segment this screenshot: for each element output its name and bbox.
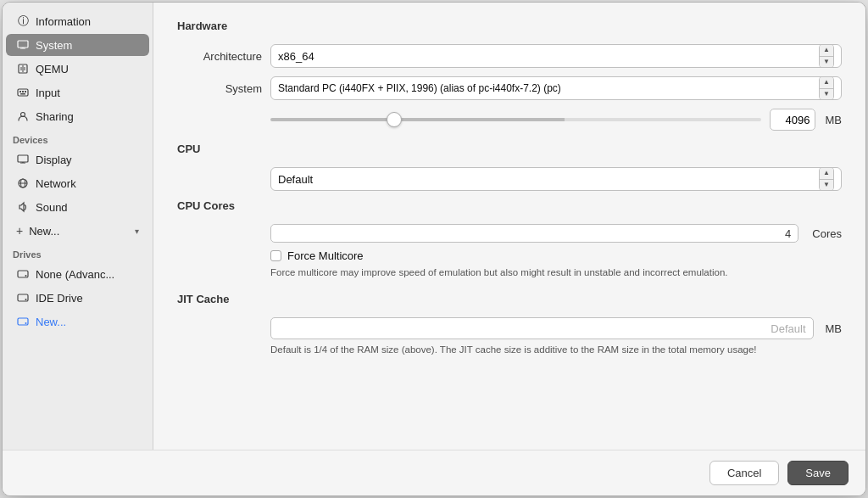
- svg-rect-21: [18, 294, 28, 301]
- cpu-stepper[interactable]: ▲ ▼: [819, 167, 834, 191]
- sidebar-item-none-advanc[interactable]: None (Advanc...: [6, 263, 149, 285]
- architecture-select[interactable]: x86_64 ▲ ▼: [270, 44, 842, 68]
- system-select[interactable]: Standard PC (i440FX + PIIX, 1996) (alias…: [270, 76, 842, 100]
- svg-rect-10: [25, 91, 26, 92]
- input-icon: [16, 86, 30, 99]
- cpu-cores-title: CPU Cores: [177, 199, 842, 212]
- jit-unit: MB: [826, 322, 843, 335]
- sidebar-label-sound: Sound: [36, 201, 68, 214]
- ram-slider-container: [270, 118, 761, 121]
- system-label: System: [177, 82, 262, 95]
- stepper-up[interactable]: ▲: [820, 168, 833, 180]
- system-value: Standard PC (i440FX + PIIX, 1996) (alias…: [278, 82, 561, 94]
- cpu-section: CPU Default ▲ ▼: [177, 143, 842, 191]
- network-icon: [16, 176, 30, 190]
- qemu-icon: [16, 62, 30, 76]
- sidebar-label-system: System: [36, 39, 72, 52]
- force-multicore-checkbox[interactable]: [270, 250, 281, 261]
- cancel-button[interactable]: Cancel: [709, 461, 779, 485]
- svg-rect-11: [20, 93, 25, 95]
- cpu-select-row: Default ▲ ▼: [177, 167, 842, 191]
- jit-section: JIT Cache Default MB Default is 1/4 of t…: [177, 293, 842, 356]
- force-multicore-label: Force Multicore: [287, 249, 364, 262]
- plus-icon: +: [16, 224, 23, 238]
- stepper-up[interactable]: ▲: [820, 77, 833, 89]
- stepper-down[interactable]: ▼: [820, 57, 833, 68]
- jit-placeholder: Default: [771, 322, 805, 335]
- architecture-row: Architecture x86_64 ▲ ▼: [177, 44, 842, 68]
- sound-icon: [16, 200, 30, 214]
- system-icon: [16, 38, 30, 52]
- sidebar-new-drive[interactable]: New...: [6, 311, 149, 333]
- jit-input-box[interactable]: Default: [270, 317, 814, 339]
- main-panel: Hardware Architecture x86_64 ▲ ▼ System: [153, 3, 865, 450]
- cores-track: 4: [270, 224, 798, 243]
- svg-rect-19: [18, 271, 28, 277]
- new-drive-icon: [16, 315, 30, 328]
- chevron-down-icon: ▾: [135, 227, 139, 236]
- sidebar-item-information[interactable]: ⓘ Information: [6, 10, 149, 32]
- sidebar-label-input: Input: [36, 87, 60, 99]
- system-row: System Standard PC (i440FX + PIIX, 1996)…: [177, 76, 842, 100]
- force-multicore-row: Force Multicore: [177, 249, 842, 262]
- sidebar-item-ide-drive[interactable]: IDE Drive: [6, 287, 149, 309]
- drive-none-icon: [16, 267, 30, 281]
- jit-cache-title: JIT Cache: [177, 293, 842, 305]
- cpu-control: Default ▲ ▼: [270, 167, 842, 191]
- svg-point-24: [25, 322, 27, 324]
- save-button[interactable]: Save: [787, 461, 849, 485]
- sidebar-item-network[interactable]: Network: [6, 172, 149, 194]
- footer: Cancel Save: [3, 450, 865, 495]
- ram-value-box[interactable]: 4096: [770, 109, 815, 131]
- svg-rect-23: [18, 318, 28, 325]
- sidebar-item-qemu[interactable]: QEMU: [6, 58, 149, 80]
- ram-slider[interactable]: [270, 118, 761, 121]
- svg-rect-0: [18, 41, 28, 48]
- architecture-label: Architecture: [177, 50, 262, 63]
- stepper-down[interactable]: ▼: [820, 89, 833, 100]
- force-multicore-help: Force multicore may improve speed of emu…: [177, 266, 842, 279]
- new-device-label: New...: [29, 225, 59, 238]
- devices-section-label: Devices: [3, 128, 153, 148]
- sidebar-label-none-advanc: None (Advanc...: [36, 268, 114, 281]
- sidebar-label-network: Network: [36, 177, 76, 190]
- cores-unit: Cores: [812, 227, 842, 240]
- sidebar-item-display[interactable]: Display: [6, 148, 149, 171]
- cpu-value: Default: [278, 173, 313, 186]
- sidebar-item-sharing[interactable]: Sharing: [6, 105, 149, 127]
- sidebar-new-device[interactable]: + New... ▾: [6, 220, 149, 242]
- architecture-value: x86_64: [278, 50, 314, 63]
- architecture-stepper[interactable]: ▲ ▼: [819, 44, 834, 68]
- display-icon: [16, 153, 30, 166]
- ram-value: 4096: [786, 114, 810, 126]
- svg-rect-13: [18, 155, 28, 162]
- stepper-down[interactable]: ▼: [820, 180, 833, 191]
- architecture-control: x86_64 ▲ ▼: [270, 44, 842, 68]
- sidebar-label-ide-drive: IDE Drive: [36, 292, 83, 305]
- window-content: ⓘ Information System: [3, 3, 865, 450]
- sidebar-label-qemu: QEMU: [36, 63, 69, 76]
- sidebar: ⓘ Information System: [3, 3, 153, 450]
- sharing-icon: [16, 109, 30, 123]
- stepper-up[interactable]: ▲: [820, 45, 833, 57]
- cpu-select[interactable]: Default ▲ ▼: [270, 167, 842, 191]
- svg-point-20: [25, 275, 27, 277]
- sidebar-item-system[interactable]: System: [6, 34, 149, 56]
- cpu-title: CPU: [177, 143, 842, 155]
- ram-row: 4096 MB: [177, 109, 842, 131]
- sidebar-item-sound[interactable]: Sound: [6, 196, 149, 218]
- main-window: ⓘ Information System: [2, 2, 866, 496]
- ram-unit: MB: [826, 114, 843, 126]
- jit-input-row: Default MB: [177, 317, 842, 339]
- hardware-title: Hardware: [177, 20, 842, 32]
- svg-rect-8: [19, 91, 21, 92]
- ide-drive-icon: [16, 291, 30, 305]
- svg-point-22: [25, 299, 27, 300]
- sidebar-item-input[interactable]: Input: [6, 81, 149, 104]
- cores-value: 4: [785, 227, 791, 240]
- info-icon: ⓘ: [16, 14, 30, 28]
- new-drive-label: New...: [36, 316, 66, 328]
- jit-help-text: Default is 1/4 of the RAM size (above). …: [177, 343, 842, 356]
- system-stepper[interactable]: ▲ ▼: [819, 76, 834, 100]
- sidebar-label-information: Information: [36, 15, 91, 28]
